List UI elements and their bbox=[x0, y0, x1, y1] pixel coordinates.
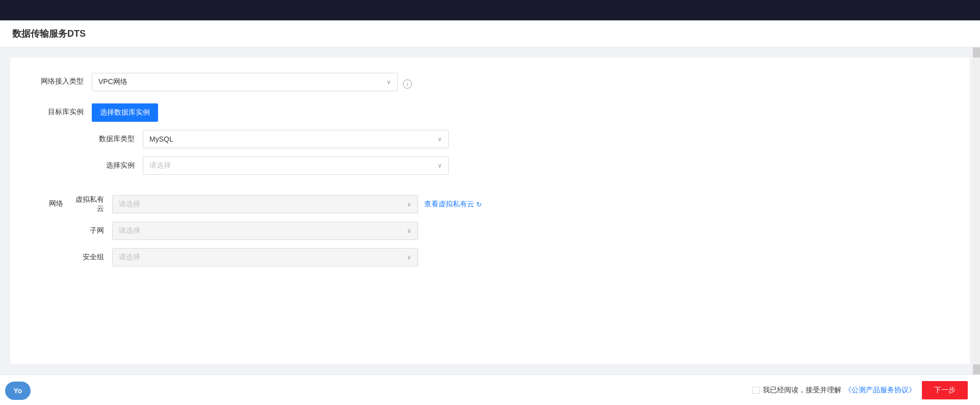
security-group-select[interactable]: 请选择 ∨ bbox=[112, 248, 418, 266]
network-type-info-icon: i bbox=[403, 79, 412, 89]
view-vpc-link[interactable]: 查看虚拟私有云 bbox=[424, 200, 474, 209]
vpc-placeholder: 请选择 bbox=[119, 200, 140, 209]
scroll-thumb-top[interactable] bbox=[973, 47, 980, 58]
select-db-button[interactable]: 选择数据库实例 bbox=[92, 103, 158, 122]
form-card: 网络接入类型 VPC网络 ∨ i 目标库实例 选择数据库实例 bbox=[10, 58, 970, 364]
target-db-row: 目标库实例 选择数据库实例 数据库类型 MySQL ∨ 选择实例 bbox=[31, 103, 949, 183]
network-type-value: VPC网络 bbox=[98, 77, 127, 87]
refresh-icon[interactable]: ↻ bbox=[476, 201, 482, 208]
main-content: 网络接入类型 VPC网络 ∨ i 目标库实例 选择数据库实例 bbox=[0, 47, 980, 374]
next-button[interactable]: 下一步 bbox=[922, 381, 968, 399]
footer: ¥0 我已经阅读，接受并理解 《公测产品服务协议》 下一步 bbox=[0, 374, 980, 405]
db-type-label: 数据库类型 bbox=[92, 134, 143, 144]
sub-form: 数据库类型 MySQL ∨ 选择实例 请选择 ∨ bbox=[92, 130, 449, 175]
select-instance-chevron-icon: ∨ bbox=[437, 162, 442, 169]
vpc-chevron-icon: ∨ bbox=[407, 201, 411, 208]
scroll-track bbox=[973, 47, 980, 374]
select-instance-row: 选择实例 请选择 ∨ bbox=[92, 156, 449, 175]
network-type-content: VPC网络 ∨ i bbox=[92, 73, 449, 91]
subnet-placeholder: 请选择 bbox=[119, 226, 140, 235]
security-group-label: 安全组 bbox=[71, 253, 112, 262]
db-type-chevron-icon: ∨ bbox=[437, 136, 442, 143]
network-type-chevron-icon: ∨ bbox=[386, 78, 391, 86]
network-section-label: 网络 bbox=[31, 195, 71, 208]
subnet-chevron-icon: ∨ bbox=[407, 227, 411, 234]
select-instance-label: 选择实例 bbox=[92, 161, 143, 170]
select-instance-select[interactable]: 请选择 ∨ bbox=[143, 156, 449, 175]
network-type-row: 网络接入类型 VPC网络 ∨ i bbox=[31, 73, 949, 91]
security-group-chevron-icon: ∨ bbox=[407, 254, 411, 261]
subnet-select[interactable]: 请选择 ∨ bbox=[112, 222, 418, 240]
top-bar bbox=[0, 0, 980, 20]
security-group-placeholder: 请选择 bbox=[119, 253, 140, 262]
agreement-wrapper: 我已经阅读，接受并理解 《公测产品服务协议》 bbox=[753, 386, 916, 395]
db-type-value: MySQL bbox=[149, 135, 173, 143]
page-title: 数据传输服务DTS bbox=[12, 28, 968, 40]
agreement-checkbox[interactable] bbox=[753, 387, 760, 394]
footer-right: 我已经阅读，接受并理解 《公测产品服务协议》 下一步 bbox=[753, 381, 968, 399]
network-type-label: 网络接入类型 bbox=[31, 73, 92, 86]
network-content: 虚拟私有云 请选择 ∨ 查看虚拟私有云 ↻ 子网 请选择 ∨ bbox=[71, 195, 949, 275]
subnet-row: 子网 请选择 ∨ bbox=[71, 222, 949, 240]
target-db-label: 目标库实例 bbox=[31, 103, 92, 117]
network-row: 网络 虚拟私有云 请选择 ∨ 查看虚拟私有云 ↻ 子网 请选择 bbox=[31, 195, 949, 275]
agreement-prefix: 我已经阅读，接受并理解 bbox=[763, 386, 841, 395]
agreement-link[interactable]: 《公测产品服务协议》 bbox=[844, 386, 916, 395]
security-group-row: 安全组 请选择 ∨ bbox=[71, 248, 949, 266]
target-db-content: 选择数据库实例 数据库类型 MySQL ∨ 选择实例 bbox=[92, 103, 449, 183]
vpc-row: 虚拟私有云 请选择 ∨ 查看虚拟私有云 ↻ bbox=[71, 195, 949, 213]
scroll-thumb-bottom[interactable] bbox=[973, 364, 980, 374]
subnet-label: 子网 bbox=[71, 226, 112, 235]
avatar-text: Yo bbox=[14, 387, 22, 395]
network-type-select[interactable]: VPC网络 ∨ bbox=[92, 73, 398, 91]
vpc-select[interactable]: 请选择 ∨ bbox=[112, 195, 418, 213]
vpc-label: 虚拟私有云 bbox=[71, 195, 112, 213]
avatar: Yo bbox=[5, 382, 31, 400]
db-type-select[interactable]: MySQL ∨ bbox=[143, 130, 449, 148]
select-instance-placeholder: 请选择 bbox=[149, 161, 171, 170]
db-type-row: 数据库类型 MySQL ∨ bbox=[92, 130, 449, 148]
page-header: 数据传输服务DTS bbox=[0, 20, 980, 47]
